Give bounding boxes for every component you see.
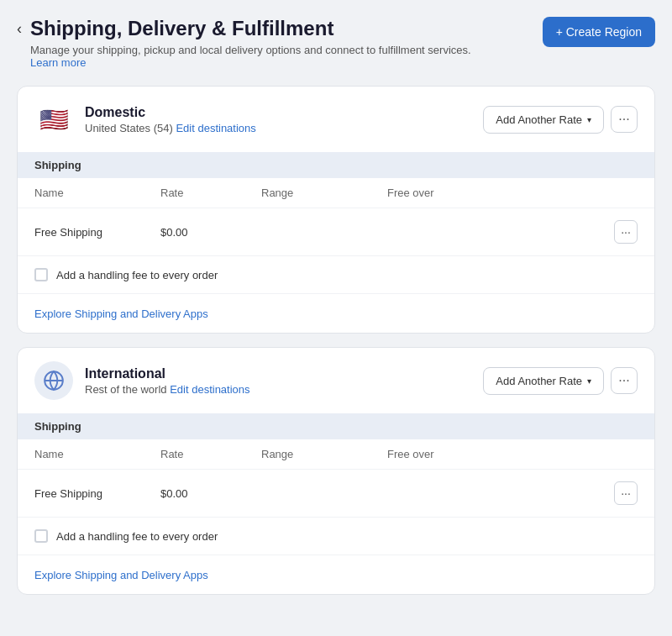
international-col-range: Range (261, 448, 387, 460)
international-region-info: International Rest of the world Edit des… (34, 361, 250, 400)
international-handling-fee-checkbox[interactable] (34, 529, 48, 543)
international-row-more-button[interactable]: ··· (614, 481, 638, 505)
domestic-row-name: Free Shipping (34, 226, 160, 239)
domestic-col-freeover: Free over (387, 187, 638, 199)
domestic-handling-fee-label: Add a handling fee to every order (56, 269, 218, 281)
domestic-handling-fee-row: Add a handling fee to every order (18, 256, 654, 294)
back-button[interactable]: ‹ (17, 20, 22, 38)
domestic-region-info: 🇺🇸 Domestic United States (54) Edit dest… (34, 100, 256, 139)
domestic-region-name: Domestic (85, 105, 256, 120)
international-region-details: International Rest of the world Edit des… (85, 366, 250, 396)
domestic-table-header: Name Rate Range Free over (18, 178, 654, 208)
domestic-add-rate-button[interactable]: Add Another Rate ▾ (483, 106, 604, 134)
international-table-row: Free Shipping $0.00 ··· (18, 470, 654, 518)
international-col-rate: Rate (160, 448, 261, 460)
international-region-sub: Rest of the world Edit destinations (85, 383, 250, 396)
domestic-more-button[interactable]: ··· (611, 106, 638, 133)
domestic-handling-fee-checkbox[interactable] (34, 268, 48, 281)
international-shipping-section: Shipping (18, 413, 654, 439)
header-text: Shipping, Delivery & Fulfillment Manage … (30, 17, 484, 69)
domestic-row-rate: $0.00 (160, 226, 261, 239)
domestic-edit-destinations-link[interactable]: Edit destinations (176, 122, 255, 134)
international-explore-link-row: Explore Shipping and Delivery Apps (18, 555, 654, 594)
international-col-freeover: Free over (387, 448, 638, 460)
domestic-region-sub: United States (54) Edit destinations (85, 122, 256, 134)
domestic-table-row: Free Shipping $0.00 ··· (18, 208, 654, 256)
international-row-rate: $0.00 (160, 487, 261, 500)
international-more-button[interactable]: ··· (611, 367, 638, 394)
international-card-header: International Rest of the world Edit des… (18, 348, 654, 413)
international-card: International Rest of the world Edit des… (17, 347, 655, 595)
domestic-col-range: Range (261, 187, 387, 199)
domestic-card-header: 🇺🇸 Domestic United States (54) Edit dest… (18, 87, 654, 152)
page-title: Shipping, Delivery & Fulfillment (30, 17, 484, 40)
domestic-col-name: Name (34, 187, 160, 199)
domestic-shipping-section: Shipping (18, 152, 654, 178)
page-container: ‹ Shipping, Delivery & Fulfillment Manag… (17, 17, 655, 595)
domestic-flag-icon: 🇺🇸 (34, 100, 73, 139)
international-add-rate-button[interactable]: Add Another Rate ▾ (483, 367, 604, 395)
international-handling-fee-label: Add a handling fee to every order (56, 530, 218, 543)
domestic-row-more-button[interactable]: ··· (614, 220, 638, 244)
domestic-card-actions: Add Another Rate ▾ ··· (483, 106, 638, 134)
header-area: ‹ Shipping, Delivery & Fulfillment Manag… (17, 17, 655, 69)
chevron-down-icon-intl: ▾ (587, 376, 591, 386)
domestic-col-rate: Rate (160, 187, 261, 199)
international-col-name: Name (34, 448, 160, 460)
international-handling-fee-row: Add a handling fee to every order (18, 518, 654, 555)
international-row-name: Free Shipping (34, 487, 160, 500)
international-globe-icon (34, 361, 73, 400)
domestic-explore-link-row: Explore Shipping and Delivery Apps (18, 294, 654, 333)
international-edit-destinations-link[interactable]: Edit destinations (170, 383, 249, 396)
domestic-explore-link[interactable]: Explore Shipping and Delivery Apps (34, 307, 208, 320)
chevron-down-icon: ▾ (587, 115, 591, 124)
learn-more-link[interactable]: Learn more (30, 56, 86, 69)
domestic-region-details: Domestic United States (54) Edit destina… (85, 105, 256, 134)
international-explore-link[interactable]: Explore Shipping and Delivery Apps (34, 569, 208, 581)
international-region-name: International (85, 366, 250, 381)
header-left: ‹ Shipping, Delivery & Fulfillment Manag… (17, 17, 484, 69)
page-description: Manage your shipping, pickup and local d… (30, 44, 484, 69)
international-card-actions: Add Another Rate ▾ ··· (483, 367, 638, 395)
create-region-button[interactable]: + Create Region (543, 17, 655, 47)
international-table-header: Name Rate Range Free over (18, 439, 654, 470)
domestic-card: 🇺🇸 Domestic United States (54) Edit dest… (17, 86, 655, 334)
